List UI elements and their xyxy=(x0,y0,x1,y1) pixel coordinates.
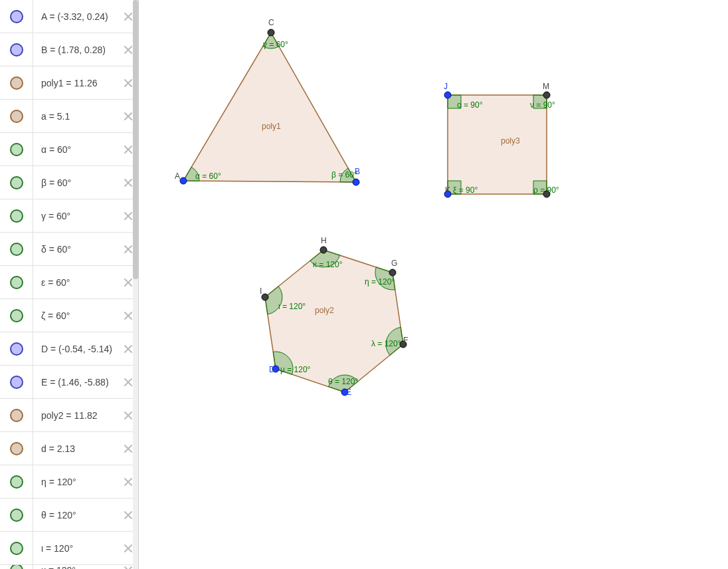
point-label-M: M xyxy=(543,82,549,91)
color-swatch xyxy=(10,376,23,389)
angle-label: ο = 90° xyxy=(457,100,483,110)
visibility-toggle[interactable] xyxy=(0,66,33,99)
object-row[interactable]: η = 120° xyxy=(0,465,138,499)
point-M[interactable] xyxy=(543,92,550,98)
point-C[interactable] xyxy=(268,29,274,36)
object-row[interactable]: D = (-0.54, -5.14) xyxy=(0,332,138,366)
object-label[interactable]: E = (1.46, -5.88) xyxy=(33,377,118,388)
visibility-toggle[interactable] xyxy=(0,499,33,531)
visibility-toggle[interactable] xyxy=(0,432,33,465)
point-I[interactable] xyxy=(262,294,268,300)
point-label-H: H xyxy=(321,236,327,245)
poly1-shape[interactable] xyxy=(183,33,356,182)
object-row[interactable]: B = (1.78, 0.28) xyxy=(0,33,138,66)
object-row[interactable]: A = (-3.32, 0.24) xyxy=(0,0,138,33)
object-row[interactable]: ζ = 60° xyxy=(0,299,138,332)
visibility-toggle[interactable] xyxy=(0,100,33,132)
point-L[interactable] xyxy=(543,191,550,197)
object-label[interactable]: a = 5.1 xyxy=(33,111,118,122)
object-row[interactable]: poly2 = 11.82 xyxy=(0,399,138,432)
object-label[interactable]: poly1 = 11.26 xyxy=(33,78,118,88)
angle-label: θ = 120° xyxy=(328,377,358,386)
color-swatch xyxy=(10,475,23,489)
poly1-label: poly1 xyxy=(262,122,281,131)
object-row[interactable]: δ = 60° xyxy=(0,233,138,266)
visibility-toggle[interactable] xyxy=(0,266,33,298)
visibility-toggle[interactable] xyxy=(0,565,33,569)
object-label[interactable]: β = 60° xyxy=(33,177,118,188)
point-label-K: K xyxy=(445,185,450,195)
object-label[interactable]: B = (1.78, 0.28) xyxy=(33,45,118,55)
object-row[interactable]: θ = 120° xyxy=(0,499,138,532)
sidebar-scrollbar[interactable] xyxy=(133,0,138,569)
color-swatch xyxy=(10,542,23,555)
visibility-toggle[interactable] xyxy=(0,465,33,498)
object-label[interactable]: A = (-3.32, 0.24) xyxy=(33,11,118,22)
angle-label: μ = 120° xyxy=(280,365,311,374)
color-swatch xyxy=(10,209,23,223)
object-label[interactable]: D = (-0.54, -5.14) xyxy=(33,344,118,354)
color-swatch xyxy=(10,342,23,356)
visibility-toggle[interactable] xyxy=(0,199,33,232)
color-swatch xyxy=(10,442,23,455)
visibility-toggle[interactable] xyxy=(0,299,33,332)
visibility-toggle[interactable] xyxy=(0,332,33,365)
color-swatch xyxy=(10,110,23,123)
algebra-view: A = (-3.32, 0.24)B = (1.78, 0.28)poly1 =… xyxy=(0,0,139,569)
object-row[interactable]: d = 2.13 xyxy=(0,432,138,465)
object-row[interactable]: κ = 120° xyxy=(0,565,138,569)
object-label[interactable]: δ = 60° xyxy=(33,244,118,255)
visibility-toggle[interactable] xyxy=(0,166,33,199)
poly2-label: poly2 xyxy=(315,306,334,315)
visibility-toggle[interactable] xyxy=(0,0,33,33)
visibility-toggle[interactable] xyxy=(0,399,33,431)
angle-label: α = 60° xyxy=(195,171,221,181)
point-B[interactable] xyxy=(353,179,359,185)
point-label-I: I xyxy=(260,286,262,296)
object-label[interactable]: ζ = 60° xyxy=(33,310,118,321)
point-A[interactable] xyxy=(180,177,187,184)
graphics-view[interactable]: α = 60°β = 60°γ = 60°poly1ABCο = 90°ν = … xyxy=(139,0,728,569)
object-label[interactable]: η = 120° xyxy=(33,477,118,487)
visibility-toggle[interactable] xyxy=(0,233,33,265)
point-label-E: E xyxy=(346,388,351,397)
object-row[interactable]: a = 5.1 xyxy=(0,100,138,133)
poly3-shape[interactable] xyxy=(448,95,547,194)
object-row[interactable]: α = 60° xyxy=(0,133,138,166)
point-label-C: C xyxy=(268,18,274,27)
object-label[interactable]: κ = 120° xyxy=(33,565,118,569)
object-row[interactable]: E = (1.46, -5.88) xyxy=(0,366,138,399)
color-swatch xyxy=(10,276,23,289)
scrollbar-thumb[interactable] xyxy=(133,0,138,279)
color-swatch xyxy=(10,565,23,569)
color-swatch xyxy=(10,309,23,322)
point-label-B: B xyxy=(355,167,360,176)
point-J[interactable] xyxy=(444,92,451,98)
point-G[interactable] xyxy=(389,269,396,276)
object-row[interactable]: γ = 60° xyxy=(0,199,138,233)
object-label[interactable]: ε = 60° xyxy=(33,277,118,288)
angle-label: β = 60° xyxy=(331,170,357,179)
object-list: A = (-3.32, 0.24)B = (1.78, 0.28)poly1 =… xyxy=(0,0,138,569)
object-row[interactable]: β = 60° xyxy=(0,166,138,199)
object-label[interactable]: α = 60° xyxy=(33,144,118,155)
angle-label: ι = 120° xyxy=(278,302,306,311)
object-row[interactable]: poly1 = 11.26 xyxy=(0,66,138,100)
visibility-toggle[interactable] xyxy=(0,133,33,166)
visibility-toggle[interactable] xyxy=(0,33,33,66)
visibility-toggle[interactable] xyxy=(0,532,33,564)
point-H[interactable] xyxy=(320,247,327,253)
object-row[interactable]: ι = 120° xyxy=(0,532,138,565)
color-swatch xyxy=(10,43,23,57)
object-label[interactable]: poly2 = 11.82 xyxy=(33,410,118,421)
object-label[interactable]: θ = 120° xyxy=(33,510,118,520)
object-row[interactable]: ε = 60° xyxy=(0,266,138,299)
graphics-svg[interactable]: α = 60°β = 60°γ = 60°poly1ABCο = 90°ν = … xyxy=(139,0,728,569)
object-label[interactable]: d = 2.13 xyxy=(33,443,118,454)
point-label-F: F xyxy=(403,336,408,345)
object-label[interactable]: ι = 120° xyxy=(33,543,118,554)
angle-label: κ = 120° xyxy=(313,260,343,269)
visibility-toggle[interactable] xyxy=(0,366,33,398)
poly3-label: poly3 xyxy=(501,136,520,146)
object-label[interactable]: γ = 60° xyxy=(33,211,118,221)
